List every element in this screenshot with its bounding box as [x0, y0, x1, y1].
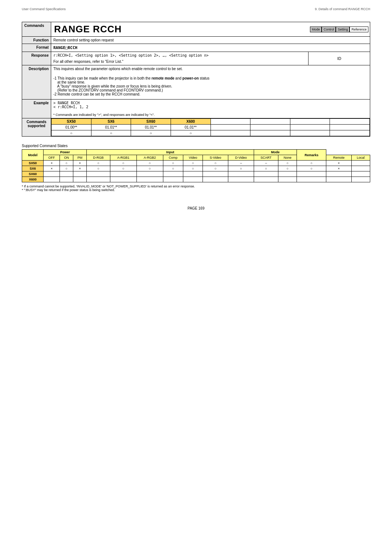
sx50-s-video: ○: [203, 161, 228, 166]
control-label: Control: [322, 27, 336, 32]
example-note: * Commands are indicated by ">", and res…: [53, 113, 368, 117]
sx50-comp: ○: [163, 161, 183, 166]
sx50-pm: ×: [73, 161, 87, 166]
sx6-video: ○: [183, 166, 203, 171]
x600-pm: [73, 177, 87, 182]
empty-c2: [250, 130, 290, 136]
commands-supported-label: Commands supported: [22, 118, 51, 137]
function-label: Function: [22, 37, 51, 44]
example-label: Example: [22, 100, 51, 118]
scart-header: SCART: [254, 155, 278, 161]
example-line1: > RANGE RCCH: [53, 101, 368, 105]
empty-v2: [250, 125, 290, 130]
table-row: SX50 × ○ × ○ ○ ○ ○ ○ ○ – – ○ ○ ×: [22, 161, 370, 166]
page-number: PAGE 169: [188, 206, 205, 210]
cmd-support-table: SX50 SX6 SX60 X600 01.00** 01.01** 01.01…: [51, 118, 370, 136]
sx60-a-rgb1: [110, 171, 136, 177]
sx6-comp: ○: [163, 166, 183, 171]
x600-video: [183, 177, 203, 182]
x600-a-rgb1: [110, 177, 136, 182]
sx50-scart: –: [254, 161, 278, 166]
table-row: SX60: [22, 171, 370, 177]
header-right: 9. Details of command RANGE RCCH: [315, 7, 370, 11]
none-header: None: [278, 155, 297, 161]
local-header: Local: [351, 155, 370, 161]
sx60-local: [326, 171, 351, 177]
sx6-remarks: [351, 166, 370, 171]
description-label: Description: [22, 65, 51, 100]
sx60-video: [183, 171, 203, 177]
sx6-model: SX6: [22, 166, 44, 171]
command-title: RANGE RCCH: [54, 24, 122, 35]
model-sx6: SX6: [91, 119, 131, 125]
sx50-none: ○: [278, 161, 297, 166]
x600-scart: [254, 177, 278, 182]
circles-row: ○ ○ ○ ○: [52, 130, 370, 136]
sx6-pm: ×: [73, 166, 87, 171]
format-content: RANGE□RCCH: [53, 45, 77, 50]
table-row: X600: [22, 177, 370, 182]
empty-cell2: [250, 119, 290, 125]
comp-header: Comp: [163, 155, 183, 161]
on-header: ON: [60, 155, 73, 161]
sx6-scart: ○: [254, 166, 278, 171]
sx50-local: ×: [326, 161, 351, 166]
sx60-pm: [73, 171, 87, 177]
states-table: Model Power Input Mode Remarks OFF ON PM…: [22, 149, 370, 182]
sx50-on: ○: [60, 161, 73, 166]
sx60-s-video: [203, 171, 228, 177]
x600-comp: [163, 177, 183, 182]
sx6-off: ×: [44, 166, 60, 171]
video-header: Video: [183, 155, 203, 161]
x600-none: [278, 177, 297, 182]
commands-supported-row: Commands supported SX50 SX6 SX60 X600 01…: [22, 118, 370, 137]
a-rgb1-header: A-RGB1: [110, 155, 136, 161]
sx50-d-rgb: ○: [87, 161, 110, 166]
sx6-a-rgb2: ○: [136, 166, 163, 171]
example-line2: < r:RCCH=I, 1, 2: [53, 105, 368, 109]
model-sx50: SX50: [52, 119, 91, 125]
empty-c3: [290, 130, 330, 136]
sx60-a-rgb2: [136, 171, 163, 177]
sx6-d-video: ○: [228, 166, 254, 171]
x600-s-video: [203, 177, 228, 182]
page-header: User Command Specifications 9. Details o…: [22, 7, 370, 11]
model-x600: X600: [171, 119, 211, 125]
power-group-header: Power: [44, 150, 87, 155]
sx60-version: 01.01**: [131, 125, 171, 130]
sx6-local: ×: [326, 166, 351, 171]
desc-p1: This inquires about the parameter option…: [53, 67, 368, 71]
response-line2: For all other responses, refer to "Error…: [53, 60, 306, 64]
off-header: OFF: [44, 155, 60, 161]
example-content: > RANGE RCCH < r:RCCH=I, 1, 2 * Commands…: [51, 100, 370, 118]
response-label: Response: [22, 52, 51, 65]
id-label: ID: [309, 52, 370, 65]
x600-circle: ○: [171, 130, 211, 136]
x600-d-video: [228, 177, 254, 182]
x600-version: 01.01**: [171, 125, 211, 130]
sx60-model: SX60: [22, 171, 44, 177]
x600-off: [44, 177, 60, 182]
remote-header: Remote: [326, 155, 351, 161]
x600-local: [326, 177, 351, 182]
x600-model: X600: [22, 177, 44, 182]
empty-v4: [330, 125, 370, 130]
example-row: Example > RANGE RCCH < r:RCCH=I, 1, 2 * …: [22, 100, 370, 118]
sx60-remote: [297, 171, 326, 177]
sx6-a-rgb1: ○: [110, 166, 136, 171]
sx60-remarks: [351, 171, 370, 177]
table-row: SX6 × ○ × ○ ○ ○ ○ ○ ○ ○ ○ ○ ○ ×: [22, 166, 370, 171]
sx60-circle: ○: [131, 130, 171, 136]
pm-header: PM: [73, 155, 87, 161]
sx6-none: ○: [278, 166, 297, 171]
sx50-video: ○: [183, 161, 203, 166]
sx60-d-video: [228, 171, 254, 177]
mode-control-area: Mode Control Setting Reference: [310, 27, 368, 32]
sx50-d-video: –: [228, 161, 254, 166]
x600-on: [60, 177, 73, 182]
x600-remarks: [351, 177, 370, 182]
sx50-a-rgb1: ○: [110, 161, 136, 166]
sx60-scart: [254, 171, 278, 177]
sx60-none: [278, 171, 297, 177]
sx50-remote: ○: [297, 161, 326, 166]
